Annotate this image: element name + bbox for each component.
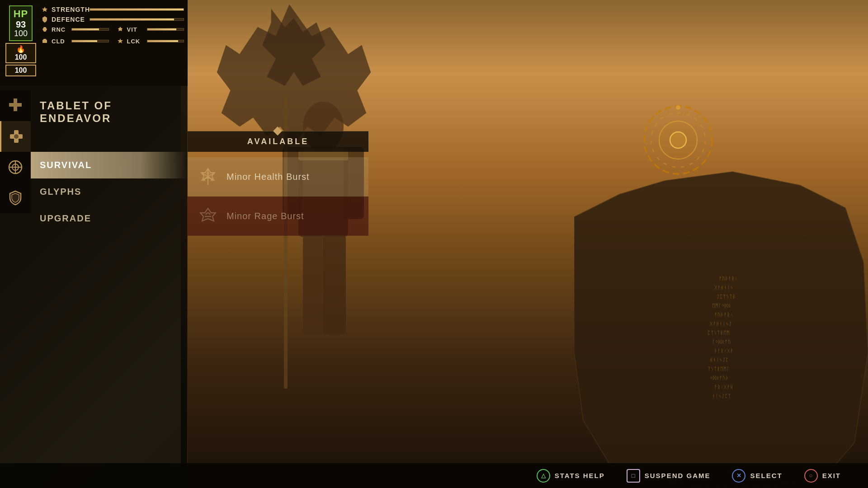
svg-text:ᛚᛜᛞᛟᚠᚢ: ᛚᛜᛞᛟᚠᚢ: [712, 339, 731, 345]
hp-sec-val2: 100: [9, 66, 33, 75]
menu-section: TABLET OF ENDEAVOR SURVIVAL GLYPHS UPGRA…: [31, 90, 188, 232]
hp-sec-val1: 100: [9, 53, 33, 61]
rune-circle: [637, 99, 719, 181]
cld-icon: [41, 37, 49, 45]
strength-bar-fill: [90, 9, 184, 10]
stat-rnc-row: RNC: [41, 25, 109, 33]
stat-cld: CLD: [41, 37, 109, 47]
shield-icon: [7, 190, 24, 206]
hp-display: HP 93 100: [9, 5, 33, 41]
hp-block: HP 93 100: [5, 5, 36, 41]
rnc-bar-fill: [72, 28, 99, 30]
health-burst-icon: [198, 167, 217, 186]
svg-point-46: [211, 178, 213, 181]
available-title: AVAILABLE: [197, 137, 359, 146]
circle-button-icon: ○: [804, 469, 818, 483]
stats-help-label: STATS HELP: [555, 472, 605, 479]
vit-bar-fill: [147, 28, 176, 30]
svg-text:ᛇᛈᛉᛊᛏᛒ: ᛇᛈᛉᛊᛏᛒ: [717, 294, 736, 300]
hp-current: 93: [14, 20, 28, 29]
defence-bar-fill: [90, 19, 174, 20]
hp-secondary-box1: 🔥 100: [5, 43, 36, 63]
suspend-game-label: SUSPEND GAME: [645, 472, 711, 479]
svg-point-28: [670, 132, 686, 148]
menu-item-upgrade[interactable]: UPGRADE: [31, 205, 188, 232]
svg-rect-7: [323, 235, 346, 334]
flame-icon: 🔥: [9, 45, 33, 53]
health-cross-icon: [8, 128, 24, 145]
cld-bar-fill: [72, 40, 97, 42]
lck-bar: [147, 40, 184, 42]
hp-label: HP: [14, 8, 28, 20]
hp-secondary-box2: 100: [5, 65, 36, 76]
stats-section: HP 93 100 🔥 100 100 STRENGTH: [0, 0, 188, 86]
x-button-icon: ✕: [732, 469, 745, 483]
triangle-symbol: △: [541, 472, 546, 479]
stats-help-button[interactable]: △ STATS HELP: [537, 469, 605, 483]
menu-item-glyphs[interactable]: GLYPHS: [31, 178, 188, 205]
skill-item-rage-burst[interactable]: Minor Rage Burst: [188, 197, 368, 236]
nav-icon-shield[interactable]: [0, 183, 31, 213]
svg-point-29: [676, 105, 680, 110]
svg-rect-6: [303, 235, 326, 334]
svg-text:ᛜᛞᛟᚠᚢᚦ: ᛜᛞᛟᚠᚢᚦ: [710, 375, 729, 381]
stat-strength: STRENGTH: [41, 5, 184, 14]
svg-text:ᚦᚨᚱᚲᚷᚹ: ᚦᚨᚱᚲᚷᚹ: [714, 348, 733, 354]
cld-label: CLD: [52, 38, 70, 45]
strength-label: STRENGTH: [52, 6, 88, 13]
select-label: SELECT: [750, 472, 782, 479]
exit-label: EXIT: [822, 472, 841, 479]
svg-point-35: [14, 134, 19, 139]
stats-two-col: RNC VIT: [41, 25, 184, 47]
rage-burst-name: Minor Rage Burst: [226, 211, 304, 221]
rnc-bar: [71, 28, 109, 31]
vit-label: VIT: [127, 26, 145, 33]
nav-icon-dpad[interactable]: [0, 90, 31, 121]
rune-icon: [7, 159, 24, 175]
svg-rect-31: [43, 39, 46, 41]
rnc-icon: [41, 25, 49, 33]
defence-icon: [41, 15, 49, 23]
svg-point-44: [207, 172, 209, 175]
health-burst-icon-container: [197, 165, 219, 188]
svg-point-45: [203, 178, 205, 181]
skill-list: Minor Health Burst Minor Rage Burst: [188, 157, 368, 236]
strength-bar: [90, 8, 184, 11]
stat-vit: VIT: [116, 25, 184, 35]
nav-icons: [0, 90, 31, 213]
lck-bar-fill: [147, 40, 178, 42]
nav-icon-health[interactable]: [0, 121, 31, 152]
stat-lck: LCK: [116, 37, 184, 47]
nav-icon-rune[interactable]: [0, 152, 31, 183]
stat-cld-row: CLD: [41, 37, 109, 45]
cld-bar: [71, 40, 109, 42]
svg-text:ᛖᛗᛚᛜᛞᛟ: ᛖᛗᛚᛜᛞᛟ: [712, 303, 731, 309]
stat-defence: DEFENCE: [41, 15, 184, 23]
stat-rnc: RNC: [41, 25, 109, 35]
suspend-game-button[interactable]: □ SUSPEND GAME: [627, 469, 711, 483]
hp-secondary-block: 🔥 100 100: [5, 43, 36, 78]
skill-item-health-burst[interactable]: Minor Health Burst: [188, 157, 368, 197]
select-button[interactable]: ✕ SELECT: [732, 469, 782, 483]
x-symbol: ✕: [736, 472, 741, 479]
lck-label: LCK: [127, 38, 145, 45]
menu-item-survival[interactable]: SURVIVAL: [31, 152, 188, 178]
svg-text:ᚺᚾᛁᛃᛇᛈ: ᚺᚾᛁᛃᛇᛈ: [710, 357, 729, 363]
rage-burst-icon-container: [197, 205, 219, 227]
health-burst-name: Minor Health Burst: [226, 172, 310, 182]
stats-grid: STRENGTH DEFENCE RNC: [41, 5, 184, 47]
menu-title: TABLET OF ENDEAVOR: [31, 90, 188, 152]
dpad-icon: [7, 98, 24, 114]
exit-button[interactable]: ○ EXIT: [804, 469, 841, 483]
rnc-label: RNC: [52, 26, 70, 33]
circle-symbol: ○: [809, 472, 813, 479]
svg-text:ᚨᚱᚲᚷᚹᚺ: ᚨᚱᚲᚷᚹᚺ: [714, 384, 733, 390]
vit-icon: [116, 25, 124, 33]
square-button-icon: □: [627, 469, 640, 483]
vit-bar: [147, 28, 184, 31]
svg-text:ᛉᛊᛏᛒᛖᛗᛚ: ᛉᛊᛏᛒᛖᛗᛚ: [708, 366, 730, 372]
stone-tablet: ᚠᚢᚦᚨᚱᚲ ᚷᚹᚺᚾᛁᛃ ᛇᛈᛉᛊᛏᛒ ᛖᛗᛚᛜᛞᛟ ᚠᚢᚦᚨᚱᚲ ᚷᚹᚺᚾᛁ…: [574, 127, 868, 488]
rage-burst-icon: [198, 206, 217, 225]
triangle-button-icon: △: [537, 469, 550, 483]
svg-text:ᚷᚹᚺᚾᛁᛃ: ᚷᚹᚺᚾᛁᛃ: [714, 285, 733, 291]
